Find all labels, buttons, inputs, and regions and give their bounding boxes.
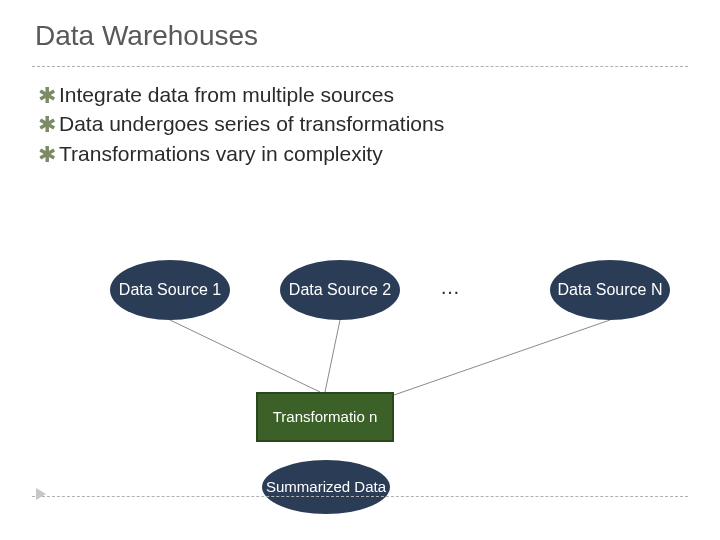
svg-line-0 bbox=[170, 320, 320, 392]
node-data-source-1: Data Source 1 bbox=[110, 260, 230, 320]
bullet-icon: ✱ bbox=[35, 141, 59, 166]
list-item: ✱ Data undergoes series of transformatio… bbox=[35, 111, 444, 137]
svg-line-1 bbox=[325, 320, 340, 392]
slide-title: Data Warehouses bbox=[35, 20, 258, 52]
diagram: Data Source 1 Data Source 2 … Data Sourc… bbox=[0, 260, 720, 540]
bullet-icon: ✱ bbox=[35, 82, 59, 107]
bullet-icon: ✱ bbox=[35, 111, 59, 136]
ellipsis-label: … bbox=[440, 276, 460, 299]
divider-top bbox=[32, 66, 688, 67]
node-data-source-2: Data Source 2 bbox=[280, 260, 400, 320]
bullet-text: Data undergoes series of transformations bbox=[59, 111, 444, 137]
list-item: ✱ Transformations vary in complexity bbox=[35, 141, 444, 167]
list-item: ✱ Integrate data from multiple sources bbox=[35, 82, 444, 108]
bullet-text: Integrate data from multiple sources bbox=[59, 82, 394, 108]
bullet-text: Transformations vary in complexity bbox=[59, 141, 383, 167]
node-transformation: Transformatio n bbox=[256, 392, 394, 442]
node-data-source-n: Data Source N bbox=[550, 260, 670, 320]
node-summarized-data: Summarized Data bbox=[262, 460, 390, 514]
svg-line-2 bbox=[394, 320, 610, 395]
bullet-list: ✱ Integrate data from multiple sources ✱… bbox=[35, 82, 444, 170]
divider-bottom bbox=[32, 496, 688, 497]
page-arrow-icon bbox=[36, 488, 46, 500]
